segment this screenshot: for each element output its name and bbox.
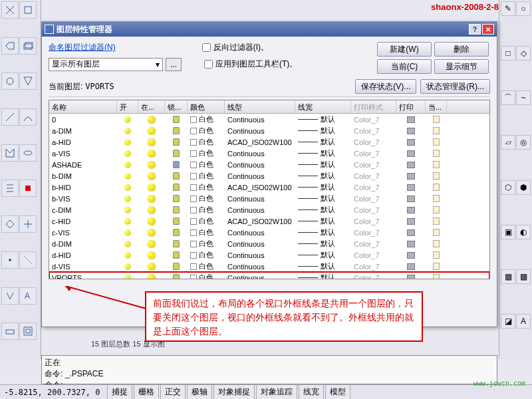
layer-lineweight[interactable]: 默认 [295, 239, 351, 249]
bulb-icon[interactable] [117, 139, 138, 146]
header-lineweight[interactable]: 线宽 [295, 100, 351, 113]
bulb-icon[interactable] [117, 218, 138, 225]
tool-icon[interactable]: ▱ [501, 135, 515, 150]
tool-icon[interactable]: ⌒ [501, 90, 515, 105]
printer-icon[interactable] [396, 263, 426, 270]
printer-icon[interactable] [396, 196, 426, 202]
tool-icon[interactable] [1, 180, 19, 197]
help-button[interactable]: ? [469, 24, 481, 35]
tool-icon[interactable] [19, 144, 37, 162]
layer-lineweight[interactable]: 默认 [295, 216, 351, 226]
layer-color[interactable]: 白色 [188, 205, 225, 215]
header-linetype[interactable]: 线型 [225, 100, 295, 113]
bulb-icon[interactable] [117, 252, 138, 259]
sheet-icon[interactable] [426, 229, 447, 236]
grid-body[interactable]: 0白色Continuous默认Color_7a-DIM白色Continuous默… [49, 114, 489, 279]
printer-icon[interactable] [396, 207, 426, 213]
tool-icon[interactable] [19, 251, 37, 269]
tool-icon[interactable] [1, 72, 19, 90]
sheet-icon[interactable] [426, 184, 447, 191]
show-detail-button[interactable]: 显示细节 [434, 59, 489, 74]
tool-icon[interactable]: ⬢ [516, 180, 531, 195]
lock-icon[interactable] [165, 161, 188, 168]
close-button[interactable]: ✕ [482, 24, 494, 35]
lock-icon[interactable] [165, 195, 188, 202]
layer-lineweight[interactable]: 默认 [295, 273, 351, 279]
layer-row[interactable]: d-HID白色Continuous默认Color_7 [49, 249, 489, 261]
layer-row[interactable]: d-DIM白色Continuous默认Color_7 [49, 238, 489, 249]
lock-icon[interactable] [165, 229, 188, 236]
lock-icon[interactable] [165, 172, 188, 180]
tool-icon[interactable]: □ [501, 46, 515, 61]
lock-icon[interactable] [165, 206, 188, 213]
mode-对象捕捉[interactable]: 对象捕捉 [213, 384, 255, 399]
layer-row[interactable]: c-HID白色ACAD_ISO02W100默认Color_7 [49, 215, 489, 227]
tool-icon[interactable] [19, 180, 37, 197]
tool-icon[interactable] [1, 37, 19, 55]
header-color[interactable]: 颜色 [188, 100, 225, 113]
sheet-icon[interactable] [426, 263, 447, 270]
sun-icon[interactable] [138, 217, 165, 225]
mode-栅格[interactable]: 栅格 [134, 384, 159, 399]
layer-color[interactable]: 白色 [188, 227, 225, 237]
tool-icon[interactable]: ▦ [501, 269, 515, 284]
bulb-icon[interactable] [117, 150, 138, 157]
tool-icon[interactable] [1, 251, 19, 269]
layer-linetype[interactable]: ACAD_ISO02W100 [225, 138, 295, 146]
tool-icon[interactable] [19, 37, 37, 55]
bulb-icon[interactable] [117, 241, 138, 247]
layer-color[interactable]: 白色 [188, 148, 225, 158]
layer-row[interactable]: VPORTS白色Continuous默认Color_7 [49, 272, 489, 279]
layer-color[interactable]: 白色 [188, 216, 225, 226]
sheet-icon[interactable] [426, 150, 447, 157]
layer-lineweight[interactable]: 默认 [295, 227, 351, 237]
tool-icon[interactable] [1, 215, 19, 233]
layer-row[interactable]: c-DIM白色Continuous默认Color_7 [49, 204, 489, 215]
layer-color[interactable]: 白色 [188, 171, 225, 181]
new-button[interactable]: 新建(W) [377, 42, 432, 57]
printer-icon[interactable] [396, 150, 426, 157]
printer-icon[interactable] [396, 128, 426, 134]
layer-lineweight[interactable]: 默认 [295, 261, 351, 271]
layer-linetype[interactable]: Continuous [225, 116, 295, 124]
tool-icon[interactable] [19, 1, 37, 19]
bulb-icon[interactable] [117, 162, 138, 168]
invert-filter-checkbox[interactable] [202, 43, 211, 52]
layer-linetype[interactable]: ACAD_ISO02W100 [225, 184, 295, 192]
save-state-button[interactable]: 保存状态(V)... [355, 79, 416, 94]
lock-icon[interactable] [165, 116, 188, 123]
layer-lineweight[interactable]: 默认 [295, 194, 351, 203]
layer-lineweight[interactable]: 默认 [295, 148, 351, 158]
lock-icon[interactable] [165, 127, 188, 134]
layer-color[interactable]: 白色 [188, 182, 225, 192]
command-line[interactable]: 正在 命令: _.PSPACE 命令: [41, 355, 497, 384]
tool-icon[interactable]: A [19, 287, 37, 305]
layer-linetype[interactable]: Continuous [225, 206, 295, 214]
tool-icon[interactable] [1, 287, 19, 305]
tool-icon[interactable]: ✎ [501, 1, 515, 16]
printer-icon[interactable] [396, 218, 426, 225]
sun-icon[interactable] [138, 195, 165, 203]
lock-icon[interactable] [165, 251, 188, 259]
layer-lineweight[interactable]: 默认 [295, 171, 351, 181]
lock-icon[interactable] [165, 150, 188, 157]
tool-icon[interactable] [19, 72, 37, 90]
tool-icon[interactable] [19, 323, 37, 340]
tool-icon[interactable]: ⬡ [501, 180, 515, 195]
layer-linetype[interactable]: Continuous [225, 240, 295, 248]
tool-icon[interactable] [19, 215, 37, 233]
sun-icon[interactable] [138, 229, 165, 237]
printer-icon[interactable] [396, 252, 426, 259]
layer-color[interactable]: 白色 [188, 160, 225, 170]
lock-icon[interactable] [165, 217, 188, 225]
tool-icon[interactable] [1, 323, 19, 340]
sheet-icon[interactable] [426, 274, 447, 279]
bulb-icon[interactable] [117, 229, 138, 236]
header-plot[interactable]: 打印 [396, 100, 426, 113]
printer-icon[interactable] [396, 173, 426, 180]
printer-icon[interactable] [396, 162, 426, 168]
layer-color[interactable]: 白色 [188, 126, 225, 136]
tool-icon[interactable]: ○ [516, 1, 531, 16]
layer-row[interactable]: a-VIS白色Continuous默认Color_7 [49, 148, 489, 159]
sun-icon[interactable] [138, 127, 165, 135]
